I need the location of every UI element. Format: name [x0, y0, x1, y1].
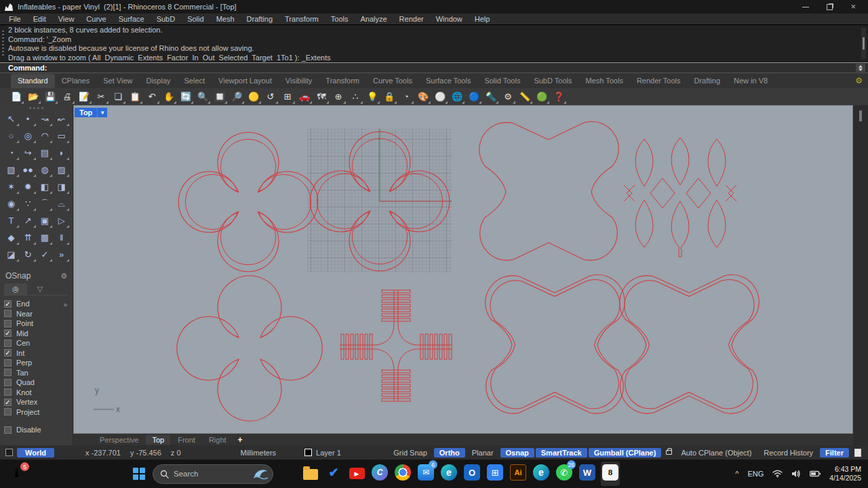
osnap-option-row[interactable]: Point: [4, 319, 68, 329]
toolbar-tab[interactable]: Curve Tools: [366, 74, 419, 88]
print-icon[interactable]: 🖨: [59, 89, 75, 104]
menu-item[interactable]: Solid: [181, 15, 210, 23]
zoom-extents-icon[interactable]: 🔎: [229, 89, 245, 104]
start-button[interactable]: [130, 465, 148, 483]
illustrator[interactable]: Ai: [509, 462, 528, 486]
circle-icon[interactable]: ○: [3, 127, 20, 144]
osnap-option-row[interactable]: Quad: [4, 378, 68, 388]
explode-all-icon[interactable]: ✹: [20, 178, 37, 195]
menu-item[interactable]: Analyze: [354, 15, 393, 23]
toolbar-tab[interactable]: SubD Tools: [527, 74, 578, 88]
srf-curved-icon[interactable]: ◗: [53, 144, 70, 161]
status-panel-icon[interactable]: [854, 449, 861, 457]
array-icon[interactable]: ▣: [37, 212, 54, 229]
osnap-checkbox[interactable]: [4, 310, 12, 317]
circle-tan-icon[interactable]: ◔: [3, 144, 20, 161]
toolbar-tab[interactable]: Render Tools: [630, 74, 688, 88]
whatsapp[interactable]: ✆ 26: [555, 462, 574, 486]
gears-icon[interactable]: ⚙: [500, 89, 516, 104]
trim-icon[interactable]: ◧: [37, 178, 54, 195]
bend-icon[interactable]: ◪: [3, 246, 20, 263]
extrude-icon[interactable]: ◆: [3, 229, 20, 246]
edge[interactable]: e: [439, 462, 458, 486]
lock-icon[interactable]: 🔒: [381, 89, 397, 104]
wire-sphere-icon[interactable]: 🌐: [449, 89, 465, 104]
texture-map-icon[interactable]: 🗺: [313, 89, 330, 104]
spinner-down-icon[interactable]: [859, 68, 863, 71]
curve-interp-icon[interactable]: ↝: [37, 110, 54, 127]
clover-curve-a[interactable]: [178, 132, 318, 272]
viewport-title[interactable]: Top: [75, 108, 97, 117]
volume-icon[interactable]: [791, 470, 801, 478]
status-toggle[interactable]: Osnap: [500, 448, 534, 458]
status-toggle[interactable]: Filter: [820, 448, 849, 458]
osnap-disable-checkbox[interactable]: [4, 426, 12, 434]
edge-profile[interactable]: e: [532, 462, 551, 486]
menu-item[interactable]: Help: [469, 15, 496, 23]
rhino-8[interactable]: 8: [601, 462, 620, 486]
command-scrollbar[interactable]: [861, 28, 866, 59]
viewport-tab[interactable]: Right: [203, 435, 233, 445]
status-toggle[interactable]: Planar: [467, 448, 499, 458]
language-indicator[interactable]: ENG: [747, 470, 764, 478]
layer-color-swatch[interactable]: [304, 449, 312, 456]
menu-item[interactable]: View: [52, 15, 81, 23]
command-history[interactable]: 2 block instances, 8 curves added to sel…: [0, 24, 868, 62]
osnap-option-row[interactable]: Perp: [4, 358, 68, 368]
sidebar-grip[interactable]: [0, 105, 73, 110]
task-view[interactable]: [278, 462, 297, 486]
toolbar-tab[interactable]: Visibility: [279, 74, 319, 88]
osnap-checkbox[interactable]: [4, 340, 12, 347]
osnap-checkbox[interactable]: [4, 388, 12, 396]
copy-icon[interactable]: ❏: [110, 89, 126, 104]
spheres-icon[interactable]: ●●: [20, 161, 37, 178]
active-layer[interactable]: Layer 1: [304, 449, 341, 457]
minimize-button[interactable]: [802, 7, 809, 7]
osnap-checkbox[interactable]: [4, 369, 12, 376]
edit-notes-icon[interactable]: 📝: [76, 89, 92, 104]
toolbar-tab[interactable]: CPlanes: [55, 74, 97, 88]
new-file-icon[interactable]: 📄: [8, 89, 24, 104]
status-toggle[interactable]: SmartTrack: [536, 448, 587, 458]
comb-bottom-ladder[interactable]: [382, 370, 410, 401]
menu-item[interactable]: Surface: [113, 15, 151, 23]
open-file-icon[interactable]: 📂: [25, 89, 41, 104]
menu-item[interactable]: Window: [430, 15, 469, 23]
todo-check[interactable]: ✔: [324, 462, 343, 486]
close-button[interactable]: ×: [850, 3, 856, 10]
comb-left-teeth[interactable]: [340, 334, 376, 359]
fillet-curve-icon[interactable]: ↪: [20, 144, 37, 161]
toolbar-tab[interactable]: Viewport Layout: [212, 74, 279, 88]
menu-item[interactable]: Edit: [27, 15, 52, 23]
mail[interactable]: ✉ 6: [416, 462, 435, 486]
zoom-window-icon[interactable]: 🔲: [212, 89, 228, 104]
status-toggle[interactable]: Gumball (CPlane): [589, 448, 662, 458]
osnap-checkbox[interactable]: [4, 300, 12, 308]
pillow-curve-c[interactable]: [620, 274, 760, 413]
status-toggle[interactable]: Auto CPlane (Object): [675, 448, 757, 458]
mirror-icon[interactable]: ▷: [53, 212, 70, 229]
cplane-icon[interactable]: ⊕: [330, 89, 347, 104]
status-cplane-icon[interactable]: [5, 449, 13, 456]
outlook[interactable]: O: [462, 462, 481, 486]
menu-item[interactable]: File: [3, 15, 27, 23]
osnap-checkbox[interactable]: [4, 359, 12, 367]
menu-item[interactable]: Tools: [325, 15, 355, 23]
viewport-canvas[interactable]: y x: [73, 105, 853, 434]
comb-top-ladder[interactable]: [382, 290, 410, 323]
snap-points-icon[interactable]: ∴: [347, 89, 363, 104]
osnap-option-row[interactable]: Cen: [4, 338, 68, 348]
render-globe-icon[interactable]: 🟢: [534, 89, 550, 104]
menu-item[interactable]: Transform: [279, 15, 325, 23]
ms-store[interactable]: ⊞: [486, 462, 505, 486]
tray-chevron-icon[interactable]: ^: [735, 470, 738, 478]
help-icon[interactable]: ❓: [551, 89, 567, 104]
clover-curve-c[interactable]: [177, 276, 322, 421]
torus-icon[interactable]: ◍: [37, 161, 54, 178]
split-icon[interactable]: ◨: [53, 178, 70, 195]
command-spinner[interactable]: [856, 64, 865, 72]
toolbar-tab[interactable]: Standard: [11, 74, 55, 88]
osnap-option-row[interactable]: Vertex: [4, 397, 68, 407]
select-arrow-icon[interactable]: ↖: [3, 110, 20, 127]
array-grid-icon[interactable]: ▦: [37, 229, 54, 246]
